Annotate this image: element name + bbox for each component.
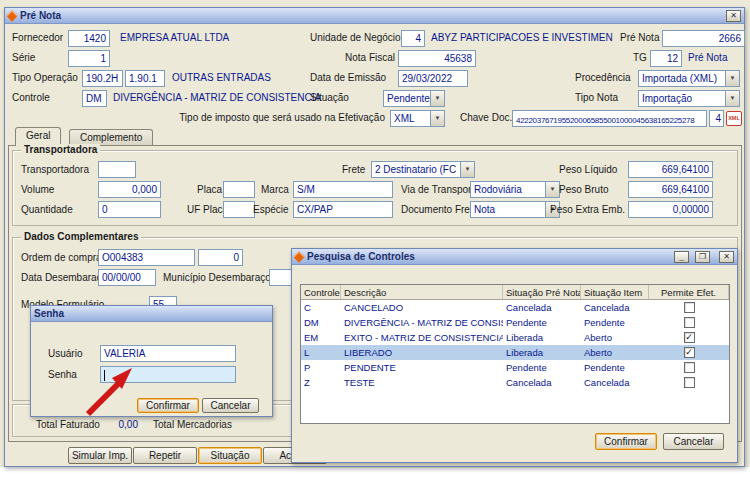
permite-efet-checkbox[interactable] xyxy=(684,302,695,313)
total-mercadorias-label: Total Mercadorias xyxy=(153,419,232,430)
pre-nota-titlebar[interactable]: Pré Nota ✕ xyxy=(5,8,744,24)
column-header-situacao-item[interactable]: Situação Item xyxy=(581,285,649,299)
transportadora-input[interactable] xyxy=(98,161,136,178)
pesquisa-cancelar-button[interactable]: Cancelar xyxy=(663,433,724,450)
situacao-value: Pendente xyxy=(384,91,430,106)
quantidade-input[interactable]: 0 xyxy=(98,201,161,218)
repetir-button[interactable]: Repetir xyxy=(133,447,197,464)
situacao-select[interactable]: Pendente ▼ xyxy=(383,90,445,107)
peso-extra-label: Peso Extra Emb. xyxy=(550,204,625,215)
permite-efet-checkbox[interactable] xyxy=(684,332,695,343)
tipo-imposto-select[interactable]: XML ▼ xyxy=(390,110,445,127)
permite-efet-checkbox[interactable] xyxy=(684,377,695,388)
unidade-label: Unidade de Negócio xyxy=(310,32,401,43)
cell-controle: EM xyxy=(301,330,341,345)
pre-nota-window-title: Pré Nota xyxy=(20,10,61,21)
serie-input[interactable]: 1 xyxy=(68,50,110,67)
peso-extra-input[interactable]: 0,00000 xyxy=(628,201,713,218)
data-emissao-input[interactable]: 29/03/2022 xyxy=(398,70,468,87)
especie-input[interactable]: CX/PAP xyxy=(293,201,393,218)
cell-situacao-item: Cancelada xyxy=(581,300,649,315)
cell-descricao: EXITO - MATRIZ DE CONSISTENCIA xyxy=(341,330,503,345)
senha-cancelar-button[interactable]: Cancelar xyxy=(202,398,259,413)
xml-file-icon[interactable]: XML xyxy=(726,111,742,126)
column-header-situacao-pre-nota[interactable]: Situação Pré Nota xyxy=(503,285,581,299)
app-icon xyxy=(6,10,17,21)
unidade-code-input[interactable]: 4 xyxy=(401,30,425,47)
procedencia-value: Importada (XML) xyxy=(639,71,725,86)
via-transporte-select[interactable]: Rodoviária ▼ xyxy=(470,181,560,198)
chevron-down-icon[interactable]: ▼ xyxy=(430,111,444,126)
documento-frete-select[interactable]: Nota ▼ xyxy=(470,201,560,218)
simular-imp-button[interactable]: Simular Imp. xyxy=(68,447,132,464)
peso-bruto-input[interactable]: 669,64100 xyxy=(628,181,713,198)
table-row[interactable]: P PENDENTE Pendente Pendente xyxy=(301,360,729,375)
close-icon[interactable]: ✕ xyxy=(719,251,734,263)
senha-confirmar-button[interactable]: Confirmar xyxy=(137,398,199,413)
ordem-compra-item-input[interactable]: 0 xyxy=(198,249,243,266)
senha-dialog-title: Senha xyxy=(34,308,64,319)
uf-placa-input[interactable] xyxy=(223,201,255,218)
permite-efet-checkbox[interactable] xyxy=(684,317,695,328)
column-header-descricao[interactable]: Descrição xyxy=(341,285,503,299)
cell-situacao-pre: Liberada xyxy=(503,330,581,345)
chave-doc-input[interactable]: 4222037671955200065855001000045638165225… xyxy=(512,110,707,127)
controle-label: Controle xyxy=(12,92,50,103)
table-row[interactable]: C CANCELADO Cancelada Cancelada xyxy=(301,300,729,315)
marca-input[interactable]: S/M xyxy=(293,181,393,198)
cell-situacao-item: Pendente xyxy=(581,360,649,375)
minimize-icon[interactable]: _ xyxy=(674,251,689,263)
chave-digit-input[interactable]: 4 xyxy=(709,110,724,127)
tipo-nota-select[interactable]: Importação ▼ xyxy=(638,90,740,107)
uf-placa-label: UF Placa xyxy=(187,204,228,215)
column-header-permite-efet[interactable]: Permite Efet. xyxy=(649,285,729,299)
senha-titlebar[interactable]: Senha xyxy=(31,306,272,322)
procedencia-select[interactable]: Importada (XML) ▼ xyxy=(638,70,740,87)
cell-descricao: DIVERGÊNCIA - MATRIZ DE CONSISTENCIA xyxy=(341,315,503,330)
placa-input[interactable] xyxy=(223,181,255,198)
nota-fiscal-label: Nota Fiscal xyxy=(345,52,395,63)
cell-situacao-item: Pendente xyxy=(581,315,649,330)
tipo-nota-value: Importação xyxy=(639,91,725,106)
tipo-operacao-code2-input[interactable]: 1.90.1 xyxy=(125,70,165,87)
data-desembaraco-input[interactable]: 00/00/00 xyxy=(98,269,156,286)
chevron-down-icon[interactable]: ▼ xyxy=(430,91,444,106)
close-icon[interactable]: ✕ xyxy=(726,10,741,22)
documento-frete-value: Nota xyxy=(471,202,545,217)
data-desembaraco-label: Data Desembaraço xyxy=(21,272,107,283)
tipo-operacao-code1-input[interactable]: 190.2H xyxy=(82,70,123,87)
table-row[interactable]: Z TESTE Cancelada Cancelada xyxy=(301,375,729,390)
quantidade-label: Quantidade xyxy=(21,204,73,215)
fornecedor-code-input[interactable]: 1420 xyxy=(68,30,110,47)
controle-code-input[interactable]: DM xyxy=(82,90,107,107)
cell-controle: Z xyxy=(301,375,341,390)
column-header-controle[interactable]: Controle xyxy=(301,285,341,299)
frete-select[interactable]: 2 Destinatario (FC ▼ xyxy=(371,161,475,178)
ordem-compra-input[interactable]: O004383 xyxy=(98,249,195,266)
chave-doc-label: Chave Doc. xyxy=(460,112,512,123)
pesquisa-confirmar-button[interactable]: Confirmar xyxy=(595,433,657,450)
volume-input[interactable]: 0,000 xyxy=(98,181,161,198)
pesquisa-titlebar[interactable]: Pesquisa de Controles _ ❒ ✕ xyxy=(292,249,737,265)
peso-liquido-input[interactable]: 669,64100 xyxy=(628,161,713,178)
permite-efet-checkbox[interactable] xyxy=(684,347,695,358)
placa-label: Placa xyxy=(197,184,222,195)
cell-situacao-pre: Liberada xyxy=(503,345,581,360)
table-row[interactable]: EM EXITO - MATRIZ DE CONSISTENCIA Libera… xyxy=(301,330,729,345)
maximize-icon[interactable]: ❒ xyxy=(695,251,710,263)
situacao-button[interactable]: Situação xyxy=(198,447,262,464)
table-row[interactable]: DM DIVERGÊNCIA - MATRIZ DE CONSISTENCIA … xyxy=(301,315,729,330)
tg-input[interactable]: 12 xyxy=(650,50,682,67)
chevron-down-icon[interactable]: ▼ xyxy=(460,162,474,177)
app-icon xyxy=(293,251,304,262)
nota-fiscal-input[interactable]: 45638 xyxy=(398,50,476,67)
controles-table: Controle Descrição Situação Pré Nota Sit… xyxy=(300,284,730,424)
permite-efet-checkbox[interactable] xyxy=(684,362,695,373)
chevron-down-icon[interactable]: ▼ xyxy=(725,71,739,86)
chevron-down-icon[interactable]: ▼ xyxy=(725,91,739,106)
chevron-down-icon[interactable]: ▼ xyxy=(545,182,559,197)
table-row[interactable]: L LIBERADO Liberada Aberto xyxy=(301,345,729,360)
senha-dialog: Senha Usuário VALERIA Senha Confirmar Ca… xyxy=(30,305,273,417)
pre-nota-input[interactable]: 2666 xyxy=(662,30,745,47)
via-transporte-value: Rodoviária xyxy=(471,182,545,197)
